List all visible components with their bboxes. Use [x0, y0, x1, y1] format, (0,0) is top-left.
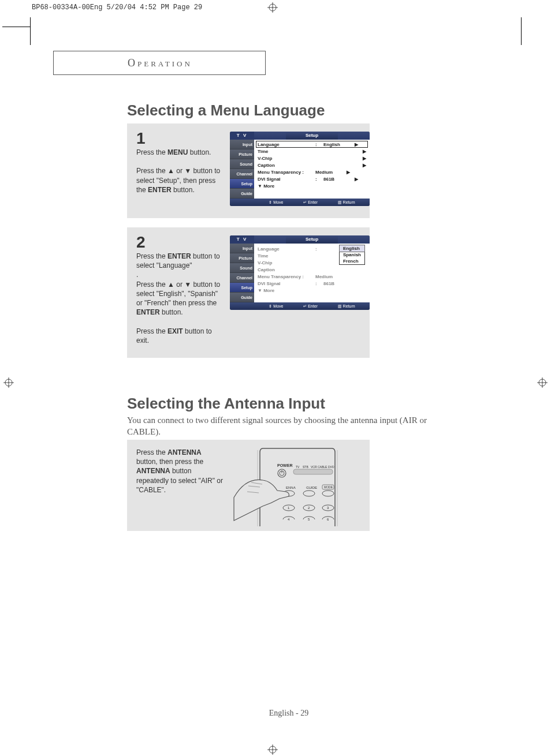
osd-footer: ⇕ Move ↵ Enter ▥ Return [230, 302, 370, 310]
osd-tab-setup: Setup [230, 283, 254, 293]
value: 861B [323, 281, 352, 286]
osd-foot-move: ⇕ Move [269, 200, 283, 205]
label: Time [258, 149, 315, 154]
label: Caption [258, 267, 315, 272]
osd-row-more: ▼ More [258, 287, 366, 294]
osd-row-time: Time▶ [258, 148, 366, 155]
label: V-Chip [258, 260, 315, 265]
svg-text:TV: TV [296, 465, 300, 469]
enter-bold: ENTER [148, 186, 172, 194]
osd-tab-picture: Picture [230, 149, 254, 159]
label: V-Chip [258, 156, 315, 161]
svg-text:GUIDE: GUIDE [306, 486, 317, 489]
chevron-right-icon: ▶ [352, 142, 358, 147]
dropdown-option-french: French [340, 258, 364, 264]
value: English [323, 142, 352, 147]
osd-tab-channel: Channel [230, 273, 254, 283]
osd-tab-guide: Guide [230, 189, 254, 199]
step-number-1: 1 [136, 129, 146, 148]
svg-text:2: 2 [308, 506, 310, 510]
step-2-text: Press the ENTER button to select "Langua… [136, 252, 223, 345]
label: Menu Transparency : [258, 274, 315, 279]
value: 861B [323, 177, 352, 182]
source-strip [293, 469, 333, 474]
osd-row-dvi: DVI Signal:861B [258, 280, 366, 287]
osd-tab-setup: Setup [230, 179, 254, 189]
mode-button [322, 491, 334, 496]
intro-text: You can connect to two different signal … [127, 414, 451, 438]
osd-tab-input: Input [230, 140, 254, 149]
label: DVI Signal [258, 281, 315, 286]
power-label: POWER [277, 463, 292, 467]
label: ▼ More [258, 184, 315, 189]
chevron-right-icon: ▶ [344, 170, 350, 175]
registration-mark-left-icon [3, 377, 14, 388]
osd-row-caption: Caption [258, 266, 366, 273]
section-header: Operation [128, 57, 192, 69]
osd-tab-guide: Guide [230, 293, 254, 302]
colon: : [315, 281, 323, 286]
osd-row-vchip: V-Chip▶ [258, 155, 366, 162]
svg-text:STB: STB [303, 465, 308, 469]
label: DVI Signal [258, 177, 315, 182]
exit-bold: EXIT [167, 327, 183, 335]
step-panel-antenna: Press the ANTENNA button, then press the… [127, 440, 370, 531]
enter-bold: ENTER [167, 252, 191, 260]
svg-text:1: 1 [288, 506, 290, 510]
chevron-right-icon: ▶ [360, 156, 366, 161]
crop-mark [30, 17, 31, 45]
label: Language [258, 142, 315, 147]
svg-text:DVD: DVD [328, 465, 334, 469]
osd-title: Setup [286, 235, 338, 244]
osd-foot-enter: ↵ Enter [303, 304, 318, 309]
osd-row-language: Language : English ▶ [256, 141, 368, 148]
crop-mark [521, 17, 522, 45]
label: Language [258, 246, 315, 252]
step-1-text: Press the MENU button. Press the ▲ or ▼ … [136, 148, 223, 194]
label: Time [258, 253, 315, 259]
heading-selecting-antenna-input: Selecting the Antenna Input [127, 395, 325, 413]
osd-tab-sound: Sound [230, 263, 254, 273]
step-number-2: 2 [136, 233, 146, 252]
osd-sidebar: Input Picture Sound Channel Setup Guide [230, 244, 254, 302]
registration-mark-top-icon [267, 2, 278, 13]
value: Medium [315, 274, 344, 279]
osd-tab-sound: Sound [230, 159, 254, 169]
text: Press the [136, 252, 167, 260]
remote-illustration: POWER TV STB VCR CABLE DVD ENNA GUIDE MO… [231, 446, 358, 526]
osd-tv-label: T V [230, 132, 254, 140]
osd-language-dropdown: English Spanish French [339, 245, 365, 265]
registration-mark-right-icon [537, 377, 548, 388]
osd-foot-enter: ↵ Enter [303, 200, 318, 205]
svg-text:VCR: VCR [311, 465, 317, 469]
chevron-right-icon: ▶ [360, 149, 366, 154]
colon: : [315, 246, 323, 252]
text: Press the [136, 148, 167, 156]
osd-title: Setup [286, 132, 338, 140]
svg-text:5: 5 [308, 518, 310, 521]
page-footer: English - 29 [127, 709, 451, 718]
osd-tv-label: T V [230, 235, 254, 244]
osd-tab-channel: Channel [230, 169, 254, 179]
osd-row-menutrans: Menu Transparency :Medium▶ [258, 169, 366, 175]
print-job-header: BP68-00334A-00Eng 5/20/04 4:52 PM Page 2… [32, 3, 202, 12]
label: ▼ More [258, 288, 315, 293]
text: button, then press the [136, 458, 203, 466]
antenna-bold: ANTENNA [136, 467, 170, 475]
osd-tab-input: Input [230, 244, 254, 253]
svg-text:3: 3 [327, 506, 329, 510]
dropdown-option-spanish: Spanish [340, 252, 364, 258]
osd-row-caption: Caption▶ [258, 162, 366, 169]
svg-text:CABLE: CABLE [318, 465, 327, 469]
step-3-text: Press the ANTENNA button, then press the… [136, 448, 223, 495]
registration-mark-bottom-icon [267, 744, 278, 755]
osd-foot-return: ▥ Return [338, 304, 355, 309]
guide-button [303, 491, 315, 496]
label: Menu Transparency : [258, 170, 315, 175]
osd-row-dvi: DVI Signal:861B▶ [258, 175, 366, 182]
text: button. [172, 186, 195, 194]
osd-footer: ⇕ Move ↵ Enter ▥ Return [230, 199, 370, 206]
osd-foot-return: ▥ Return [338, 200, 355, 205]
svg-text:6: 6 [327, 518, 329, 521]
antenna-bold: ANTENNA [167, 448, 202, 456]
